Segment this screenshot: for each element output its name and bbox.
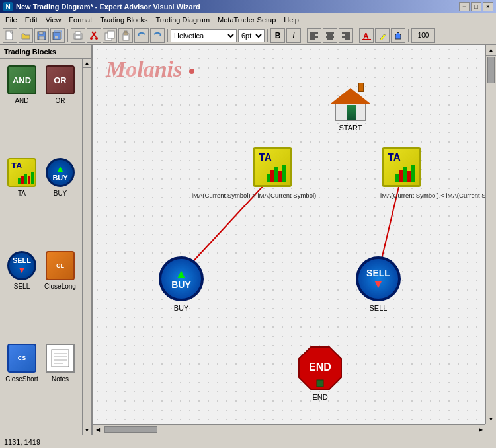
- node-sell[interactable]: SELL ▼ SELL: [356, 256, 401, 312]
- house-shape: [331, 81, 370, 121]
- block-closelong[interactable]: CL CloseLong: [42, 248, 78, 338]
- condition-ta1: iMA(Current Symbol) > iMA(Current Symbol…: [192, 192, 316, 199]
- svg-rect-42: [24, 174, 27, 184]
- block-or[interactable]: OR OR: [42, 63, 78, 153]
- svg-rect-45: [52, 350, 69, 367]
- svg-rect-59: [407, 171, 411, 182]
- svg-rect-60: [411, 165, 415, 182]
- node-buy[interactable]: ▲ BUY BUY: [159, 256, 204, 312]
- end-shape-container: END: [298, 346, 343, 391]
- sell-node-label: SELL: [370, 304, 388, 312]
- toolbar-sep-2: [167, 29, 168, 42]
- block-buy[interactable]: ▲ BUY BUY: [42, 155, 78, 245]
- vscroll-track: [486, 56, 496, 414]
- svg-rect-44: [31, 172, 34, 184]
- paste-button[interactable]: [118, 28, 133, 43]
- hscroll-left[interactable]: ◀: [93, 425, 103, 435]
- menu-metatrader-setup[interactable]: MetaTrader Setup: [214, 15, 280, 25]
- scroll-up-btn[interactable]: ▲: [83, 59, 91, 68]
- buy-label: BUY: [52, 174, 67, 182]
- print-button[interactable]: [71, 28, 85, 43]
- close-button[interactable]: ×: [483, 2, 493, 11]
- bucket-button[interactable]: [391, 28, 405, 43]
- block-sell[interactable]: SELL ▼ SELL: [4, 248, 40, 338]
- menu-view[interactable]: View: [42, 15, 65, 25]
- sell-canvas-arrow-icon: ▼: [372, 278, 384, 290]
- window-title: New Trading Diagram* - Expert Advisor Vi…: [16, 3, 459, 11]
- align-left-button[interactable]: [307, 28, 321, 43]
- maximize-button[interactable]: □: [471, 2, 481, 11]
- vscroll-thumb[interactable]: [487, 57, 495, 83]
- toolbar-sep-5: [356, 29, 356, 42]
- menu-trading-diagram[interactable]: Trading Diagram: [152, 15, 214, 25]
- node-ta2[interactable]: TA: [382, 147, 421, 187]
- ta-chart-icon: [18, 171, 34, 184]
- ta-block-shape: TA: [7, 158, 36, 187]
- or-block-label: OR: [56, 97, 65, 104]
- svg-rect-22: [124, 31, 127, 33]
- align-right-button[interactable]: [339, 28, 353, 43]
- font-color-button[interactable]: A: [359, 28, 374, 43]
- canvas-hscroll[interactable]: ◀ ▶: [93, 424, 485, 435]
- font-selector[interactable]: Helvetica: [171, 29, 237, 42]
- align-center-button[interactable]: [323, 28, 337, 43]
- canvas-inner[interactable]: Molanis: [93, 45, 485, 424]
- svg-rect-57: [399, 170, 403, 182]
- menu-format[interactable]: Format: [65, 15, 96, 25]
- save-button[interactable]: [34, 28, 49, 43]
- block-closeshort[interactable]: CS CloseShort: [4, 341, 40, 431]
- hscroll-right[interactable]: ▶: [475, 425, 485, 435]
- redo-button[interactable]: [150, 28, 165, 43]
- save-all-button[interactable]: [50, 28, 65, 43]
- vscroll-up[interactable]: ▲: [486, 45, 496, 56]
- menu-bar: File Edit View Format Trading Blocks Tra…: [0, 13, 496, 26]
- canvas-area[interactable]: Molanis: [93, 45, 496, 435]
- closelong-icon: CL: [44, 250, 76, 281]
- closelong-label: CL: [56, 262, 64, 269]
- blocks-grid: AND AND OR OR: [0, 59, 82, 435]
- closelong-block-shape: CL: [46, 251, 75, 280]
- sell-label: SELL: [13, 256, 31, 264]
- menu-trading-blocks[interactable]: Trading Blocks: [96, 15, 151, 25]
- ta1-block: TA: [253, 147, 292, 187]
- svg-rect-51: [267, 174, 270, 182]
- closelong-block-label: CloseLong: [44, 283, 76, 290]
- svg-rect-7: [39, 32, 43, 34]
- node-end[interactable]: END END: [298, 346, 343, 401]
- scroll-track-left: [83, 68, 91, 426]
- left-panel: Trading Blocks AND AND OR: [0, 45, 93, 435]
- ta1-chart: [267, 164, 288, 182]
- menu-edit[interactable]: Edit: [21, 15, 42, 25]
- node-ta1[interactable]: TA: [253, 147, 292, 187]
- bold-button[interactable]: B: [270, 28, 285, 43]
- node-start[interactable]: START: [331, 81, 370, 131]
- new-button[interactable]: [3, 28, 17, 43]
- block-ta[interactable]: TA TA: [4, 155, 40, 245]
- undo-button[interactable]: [134, 28, 149, 43]
- block-notes[interactable]: Notes: [42, 341, 78, 431]
- highlight-button[interactable]: [375, 28, 390, 43]
- cut-button[interactable]: [87, 28, 101, 43]
- minimize-button[interactable]: −: [459, 2, 470, 11]
- window-controls[interactable]: − □ ×: [459, 2, 493, 11]
- canvas-vscroll[interactable]: ▲ ▼: [485, 45, 496, 424]
- notes-block-label: Notes: [52, 375, 69, 383]
- size-selector[interactable]: 6pt: [238, 29, 265, 42]
- hscroll-thumb[interactable]: [104, 426, 157, 433]
- chimney: [358, 83, 364, 92]
- end-node-label: END: [312, 393, 327, 401]
- svg-rect-63: [317, 380, 323, 387]
- left-panel-scrollbar[interactable]: ▲ ▼: [82, 59, 91, 435]
- toolbar: Helvetica 6pt B I A 100: [0, 26, 496, 45]
- menu-help[interactable]: Help: [280, 15, 303, 25]
- molanis-logo: Molanis: [106, 55, 194, 83]
- start-label: START: [339, 124, 362, 131]
- or-block-shape: OR: [46, 65, 75, 94]
- copy-button[interactable]: [103, 28, 117, 43]
- italic-button[interactable]: I: [286, 28, 301, 43]
- menu-file[interactable]: File: [1, 15, 21, 25]
- open-button[interactable]: [19, 28, 33, 43]
- vscroll-down[interactable]: ▼: [486, 414, 496, 424]
- scroll-down-btn[interactable]: ▼: [83, 426, 91, 435]
- block-and[interactable]: AND AND: [4, 63, 40, 153]
